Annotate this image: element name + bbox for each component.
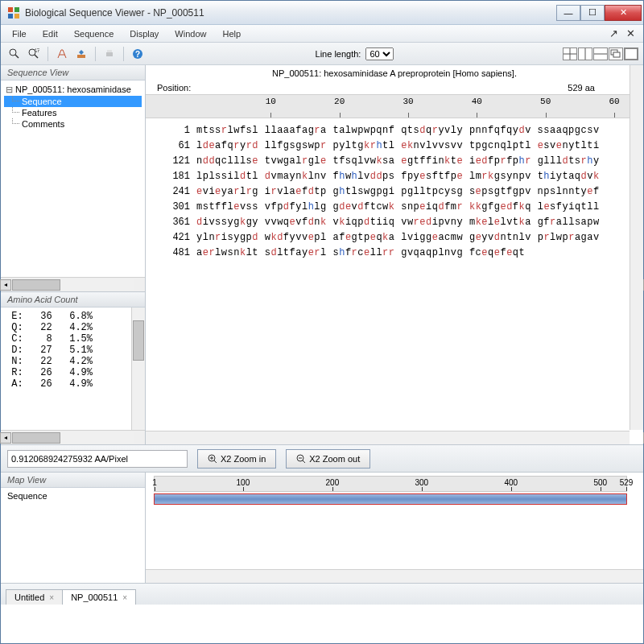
tab-close-icon[interactable]: × xyxy=(49,593,54,602)
map-ruler: 1100200300400500529 xyxy=(154,476,627,492)
layout-stack-icon[interactable] xyxy=(609,47,623,60)
zoom-in-button[interactable]: X2 Zoom in xyxy=(197,449,276,469)
svg-line-5 xyxy=(15,55,19,58)
map-view-header: Map View xyxy=(1,473,145,488)
tab-close-icon[interactable]: × xyxy=(122,593,127,602)
sequence-row[interactable]: 121nddqclllse tvwgalrgle tfsqlvwksa egtf… xyxy=(160,154,627,169)
annotate-icon[interactable] xyxy=(53,45,71,63)
aa-count-list: E: 36 6.8% Q: 22 4.2% C: 8 1.5% D: 27 5.… xyxy=(1,308,145,430)
amino-acid-panel: Amino Acid Count E: 36 6.8% Q: 22 4.2% C… xyxy=(1,291,145,444)
svg-rect-0 xyxy=(8,7,13,12)
tree-item-features[interactable]: Features xyxy=(4,107,142,118)
window-controls: — ☐ ✕ xyxy=(556,5,642,21)
sequence-ruler: 102030405060 xyxy=(146,94,630,118)
line-length-select[interactable]: 60 xyxy=(365,47,394,60)
sequence-row[interactable]: 1mtssrlwfsl llaaafagra talwpwpqnf qtsdqr… xyxy=(160,123,627,138)
svg-line-7 xyxy=(35,55,38,58)
aa-row: A: 26 4.9% xyxy=(6,378,140,390)
layout-vsplit-icon[interactable] xyxy=(578,47,592,60)
window-title: Biological Sequence Viewer - NP_000511 xyxy=(25,7,556,19)
tab-untitled[interactable]: Untitled× xyxy=(6,589,63,605)
tree-item-comments[interactable]: Comments xyxy=(4,118,142,130)
svg-line-25 xyxy=(303,460,305,463)
svg-rect-19 xyxy=(613,52,620,57)
menu-edit[interactable]: Edit xyxy=(36,27,64,40)
aa-hscroll[interactable]: ◂▸ xyxy=(1,430,145,444)
sequence-row[interactable]: 301mstfflevss vfpdfylhlg gdevdftcwk snpe… xyxy=(160,200,627,215)
titlebar: Biological Sequence Viewer - NP_000511 —… xyxy=(1,1,643,25)
sequence-length: 529 aa xyxy=(568,83,595,93)
svg-rect-8 xyxy=(35,48,39,52)
tree-hscroll[interactable]: ◂▸ xyxy=(1,277,145,291)
aa-row: C: 8 1.5% xyxy=(6,333,140,345)
print-icon[interactable] xyxy=(101,45,118,63)
sequence-row[interactable]: 421ylnrisygpd wkdfyvvepl afegtpeqka lvig… xyxy=(160,230,627,246)
layout-quad-icon[interactable] xyxy=(563,47,577,60)
layout-single-icon[interactable] xyxy=(624,47,638,60)
svg-line-21 xyxy=(214,460,217,463)
sequence-view-header: Sequence View xyxy=(1,65,145,80)
minimize-button[interactable]: — xyxy=(556,5,580,21)
seq-vscroll[interactable] xyxy=(630,65,643,430)
app-logo-icon xyxy=(7,6,20,19)
seq-hscroll[interactable] xyxy=(146,431,630,444)
panel-close-icon[interactable]: ✕ xyxy=(623,27,638,39)
maximize-button[interactable]: ☐ xyxy=(580,5,605,21)
sequence-panel: NP_000511: hexosaminidase A preproprotei… xyxy=(146,65,643,444)
svg-rect-3 xyxy=(14,14,19,19)
position-bar: Position: 529 aa xyxy=(146,81,643,94)
aa-row: E: 36 6.8% xyxy=(6,311,140,322)
menu-display[interactable]: Display xyxy=(123,27,165,40)
map-hscroll[interactable] xyxy=(146,569,643,583)
map-track-label[interactable]: Sequence xyxy=(7,491,138,501)
tree-item-sequence[interactable]: Sequence xyxy=(4,96,142,107)
line-length-control: Line length: 60 xyxy=(316,47,394,60)
zoom-select-icon[interactable] xyxy=(6,45,23,63)
aa-row: N: 22 4.2% xyxy=(6,356,140,367)
menu-file[interactable]: File xyxy=(6,27,33,40)
document-tabs: Untitled×NP_000511× xyxy=(1,584,643,605)
aa-row: D: 27 5.1% xyxy=(6,345,140,356)
sequence-row[interactable]: 481aerlwsnklt sdltfayerl shfrcellrr gvqa… xyxy=(160,246,627,261)
svg-point-6 xyxy=(29,49,35,56)
svg-rect-2 xyxy=(8,14,13,19)
tab-np000511[interactable]: NP_000511× xyxy=(62,589,136,605)
app-window: Biological Sequence Viewer - NP_000511 —… xyxy=(0,0,644,644)
map-track-list: Sequence xyxy=(1,488,145,583)
line-length-label: Line length: xyxy=(316,49,361,59)
sequence-row[interactable]: 61ldeafqryrd llfgsgswpr pyltgkrhtl eknvl… xyxy=(160,138,627,154)
menubar: File Edit Sequence Display Window Help ↗… xyxy=(1,25,643,43)
zoom-ratio-input[interactable] xyxy=(7,450,188,468)
map-view: Map View Sequence 1100200300400500529 xyxy=(1,473,643,584)
menu-window[interactable]: Window xyxy=(168,27,213,40)
color-icon[interactable] xyxy=(72,45,90,63)
menu-help[interactable]: Help xyxy=(216,27,247,40)
main-content: Sequence View NP_000511: hexosaminidase … xyxy=(1,65,643,643)
tree-root[interactable]: NP_000511: hexosaminidase xyxy=(4,84,142,96)
help-icon[interactable]: ? xyxy=(129,45,147,63)
left-panel: Sequence View NP_000511: hexosaminidase … xyxy=(1,65,146,444)
zoom-out-button[interactable]: X2 Zoom out xyxy=(286,449,370,469)
position-label: Position: xyxy=(157,83,191,93)
aa-row: Q: 22 4.2% xyxy=(6,322,140,333)
close-button[interactable]: ✕ xyxy=(605,5,642,21)
sequence-row[interactable]: 361divssygkgy vvwqevfdnk vkiqpdtiiq vwre… xyxy=(160,215,627,230)
menu-sequence[interactable]: Sequence xyxy=(68,27,121,40)
sequence-tree: NP_000511: hexosaminidase SequenceFeatur… xyxy=(1,80,145,133)
zoom-region-icon[interactable] xyxy=(25,45,43,63)
aa-vscroll[interactable] xyxy=(131,308,145,430)
layout-hsplit-icon[interactable] xyxy=(593,47,608,60)
view-layout-buttons xyxy=(563,47,638,60)
sequence-row[interactable]: 241evieyarlrg irvlaefdtp ghtlswgpgi pgll… xyxy=(160,184,627,200)
toolbar: ? Line length: 60 xyxy=(1,43,643,65)
undock-icon[interactable]: ↗ xyxy=(606,27,621,39)
svg-point-4 xyxy=(10,49,16,56)
svg-text:?: ? xyxy=(135,50,140,59)
map-area[interactable]: 1100200300400500529 xyxy=(146,473,643,569)
sequence-row[interactable]: 181lplssildtl dvmaynklnv fhwhlvddps fpye… xyxy=(160,169,627,184)
sequence-body[interactable]: 1mtssrlwfsl llaaafagra talwpwpqnf qtsdqr… xyxy=(146,118,643,444)
svg-rect-9 xyxy=(77,55,85,58)
aa-row: R: 26 4.9% xyxy=(6,367,140,378)
svg-rect-10 xyxy=(106,52,113,56)
map-track[interactable] xyxy=(154,493,627,505)
